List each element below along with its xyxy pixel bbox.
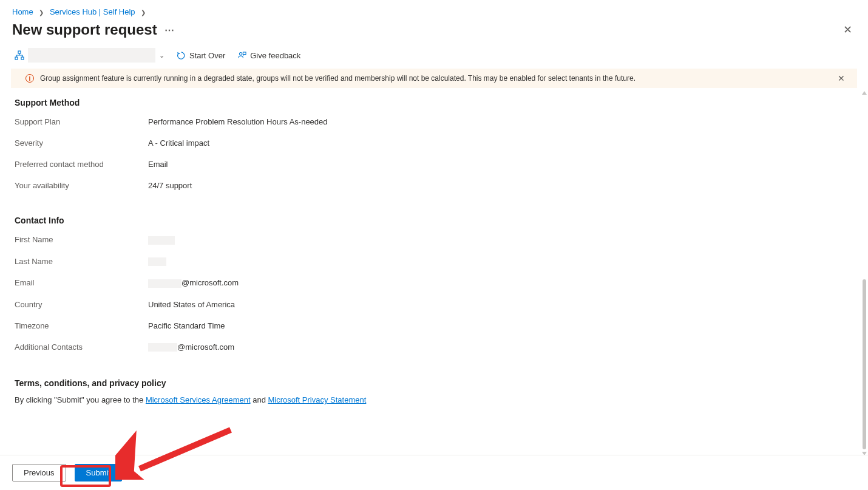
dismiss-alert-button[interactable]: ✕: [838, 73, 845, 83]
footer-actions: Previous Submit: [0, 455, 868, 490]
start-over-label: Start Over: [189, 51, 225, 60]
feedback-icon: [237, 51, 246, 60]
terms-text: By clicking "Submit" you agree to the Mi…: [15, 392, 853, 404]
email-domain: @microsoft.com: [177, 342, 234, 352]
field-label: Last Name: [15, 257, 148, 267]
scope-value: [28, 48, 155, 63]
field-label: Email: [15, 278, 148, 288]
breadcrumb-home[interactable]: Home: [12, 7, 33, 16]
field-value: Pacific Standard Time: [148, 321, 225, 330]
page-title: New support request ⋯: [12, 21, 174, 38]
field-label: Support Plan: [15, 117, 148, 126]
field-label: Severity: [15, 138, 148, 148]
first-name-row: First Name: [15, 229, 853, 251]
terms-prefix: By clicking "Submit" you agree to the: [15, 395, 146, 404]
support-method-heading: Support Method: [15, 98, 853, 107]
field-value: United States of America: [148, 300, 235, 309]
previous-button[interactable]: Previous: [12, 464, 66, 481]
support-plan-row: Support Plan Performance Problem Resolut…: [15, 111, 853, 132]
redacted-value: [148, 257, 166, 266]
country-row: Country United States of America: [15, 294, 853, 315]
field-value: [148, 257, 166, 267]
email-row: Email @microsoft.com: [15, 272, 853, 294]
give-feedback-button[interactable]: Give feedback: [237, 51, 300, 60]
timezone-row: Timezone Pacific Standard Time: [15, 315, 853, 336]
contact-method-row: Preferred contact method Email: [15, 154, 853, 175]
warning-icon: i: [25, 74, 34, 83]
breadcrumb-services-hub[interactable]: Services Hub | Self Help: [50, 7, 135, 16]
scope-selector[interactable]: ⌄: [15, 48, 164, 63]
scroll-thumb[interactable]: [863, 279, 866, 449]
field-label: Additional Contacts: [15, 342, 148, 352]
field-value: A - Critical impact: [148, 138, 209, 148]
warning-banner: i Group assignment feature is currently …: [11, 69, 857, 88]
field-label: Timezone: [15, 321, 148, 330]
redacted-value: [148, 343, 177, 352]
redacted-value: [148, 236, 175, 245]
email-domain: @microsoft.com: [181, 278, 239, 287]
redacted-value: [148, 279, 181, 288]
start-over-button[interactable]: Start Over: [177, 51, 225, 60]
scroll-up-icon[interactable]: [862, 91, 867, 95]
field-label: First Name: [15, 235, 148, 245]
field-value: @microsoft.com: [148, 342, 234, 352]
additional-contacts-row: Additional Contacts @microsoft.com: [15, 336, 853, 358]
contact-info-heading: Contact Info: [15, 216, 853, 225]
privacy-statement-link[interactable]: Microsoft Privacy Statement: [268, 395, 367, 404]
toolbar: ⌄ Start Over Give feedback: [0, 44, 868, 69]
svg-rect-0: [18, 51, 21, 53]
restart-icon: [177, 51, 186, 60]
svg-point-3: [240, 52, 242, 55]
form-content: Support Method Support Plan Performance …: [0, 88, 868, 452]
chevron-right-icon: ❯: [141, 9, 146, 16]
availability-row: Your availability 24/7 support: [15, 175, 853, 196]
close-button[interactable]: ✕: [839, 21, 856, 38]
field-value: Performance Problem Resolution Hours As-…: [148, 117, 328, 126]
services-agreement-link[interactable]: Microsoft Services Agreement: [146, 395, 251, 404]
field-value: [148, 235, 175, 245]
field-label: Country: [15, 300, 148, 309]
field-value: Email: [148, 160, 168, 169]
field-value: 24/7 support: [148, 181, 192, 190]
svg-rect-2: [21, 57, 24, 60]
page-title-text: New support request: [12, 21, 157, 38]
svg-rect-1: [15, 57, 18, 60]
severity-row: Severity A - Critical impact: [15, 132, 853, 154]
terms-heading: Terms, conditions, and privacy policy: [15, 378, 853, 388]
last-name-row: Last Name: [15, 251, 853, 273]
hierarchy-icon: [15, 50, 24, 60]
chevron-right-icon: ❯: [39, 9, 44, 16]
warning-text: Group assignment feature is currently ru…: [40, 74, 636, 83]
give-feedback-label: Give feedback: [250, 51, 300, 60]
terms-middle: and: [251, 395, 268, 404]
field-label: Preferred contact method: [15, 160, 148, 169]
scrollbar[interactable]: [862, 91, 867, 455]
chevron-down-icon: ⌄: [159, 52, 164, 60]
field-value: @microsoft.com: [148, 278, 239, 288]
more-actions-icon[interactable]: ⋯: [164, 24, 174, 36]
field-label: Your availability: [15, 181, 148, 190]
submit-button[interactable]: Submit: [75, 464, 122, 481]
breadcrumb: Home ❯ Services Hub | Self Help ❯: [0, 0, 868, 19]
